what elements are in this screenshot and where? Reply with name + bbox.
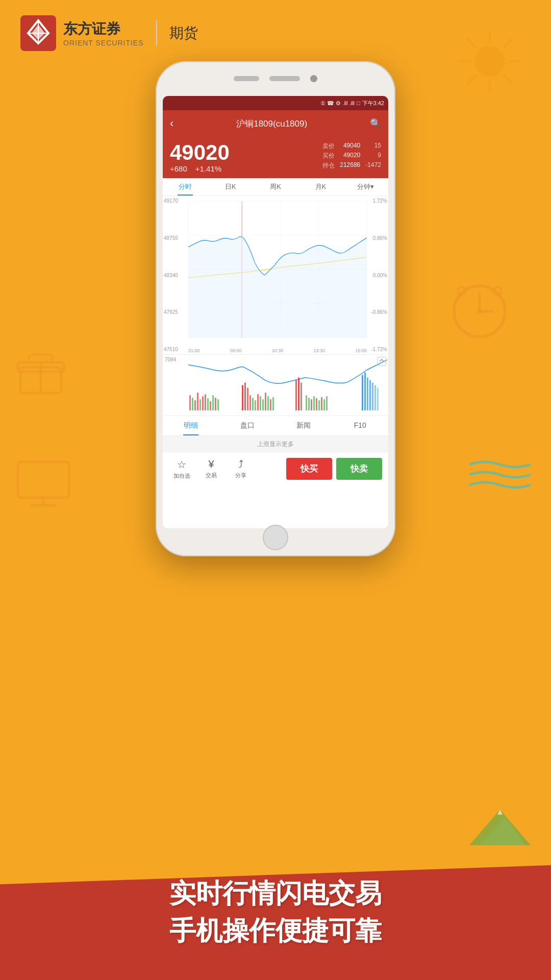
phone-notch bbox=[156, 61, 395, 96]
position-change: -1472 bbox=[365, 161, 381, 170]
svg-rect-52 bbox=[242, 385, 243, 411]
position-label: 持仓 bbox=[322, 161, 335, 170]
svg-rect-70 bbox=[311, 399, 312, 410]
svg-rect-49 bbox=[212, 396, 214, 411]
sell-button[interactable]: 快卖 bbox=[336, 458, 382, 480]
deco-gift-icon bbox=[15, 347, 66, 400]
phone-screen: ① ☎ ⚙ .ill .ill □ 下午3:42 ‹ 沪铜1809(cu1809… bbox=[163, 96, 388, 528]
chart-y-right: 1.72% 0.86% 0.00% -0.86% -1.72% bbox=[367, 196, 388, 354]
svg-line-8 bbox=[468, 76, 475, 83]
buy-label: 买价 bbox=[322, 152, 335, 160]
position-val: 212686 bbox=[340, 161, 360, 170]
vol-y-label: 7084 bbox=[165, 357, 176, 362]
price-change-abs: +680 bbox=[170, 164, 187, 173]
bottom-tabs: 明细 盘口 新闻 F10 bbox=[163, 415, 388, 436]
svg-rect-47 bbox=[207, 398, 209, 410]
tab-f10[interactable]: F10 bbox=[332, 416, 389, 435]
phone-ear bbox=[234, 76, 259, 81]
chart-svg bbox=[163, 196, 388, 354]
svg-rect-55 bbox=[249, 396, 251, 411]
status-icons: ① ☎ ⚙ .ill .ill bbox=[320, 100, 355, 107]
chart-x-labels: 21:00 09:00 10:30 13:30 15:00 bbox=[188, 348, 367, 353]
status-bar: ① ☎ ⚙ .ill .ill □ 下午3:42 bbox=[163, 96, 388, 110]
svg-rect-50 bbox=[215, 398, 216, 410]
svg-rect-48 bbox=[210, 401, 211, 410]
svg-rect-67 bbox=[300, 383, 302, 411]
brand-sub-label: 期货 bbox=[169, 23, 198, 43]
slogan-line1: 实时行情闪电交易 bbox=[0, 875, 551, 912]
app-header: ‹ 沪铜1809(cu1809) 🔍 bbox=[163, 110, 388, 137]
buy-button[interactable]: 快买 bbox=[286, 458, 332, 480]
back-button[interactable]: ‹ bbox=[170, 117, 173, 130]
tab-fenshi[interactable]: 分时 bbox=[163, 178, 208, 195]
tab-fenzhong[interactable]: 分钟▾ bbox=[343, 178, 388, 195]
y-label-2: 48755 bbox=[164, 235, 187, 241]
svg-rect-66 bbox=[298, 378, 299, 410]
svg-rect-80 bbox=[369, 380, 371, 411]
phone-outer: ① ☎ ⚙ .ill .ill □ 下午3:42 ‹ 沪铜1809(cu1809… bbox=[156, 61, 395, 556]
yr-label-4: -0.86% bbox=[368, 309, 387, 315]
svg-rect-83 bbox=[377, 388, 379, 411]
svg-rect-54 bbox=[247, 388, 248, 411]
deco-screen-icon bbox=[15, 459, 71, 512]
tab-news[interactable]: 新闻 bbox=[276, 416, 332, 435]
scroll-hint-text: 上滑显示更多 bbox=[257, 440, 294, 448]
svg-rect-65 bbox=[295, 380, 297, 411]
chart-expand-icon[interactable] bbox=[377, 357, 386, 366]
deco-clock-icon bbox=[449, 281, 510, 344]
svg-rect-61 bbox=[265, 393, 266, 411]
svg-rect-45 bbox=[202, 397, 204, 411]
tab-mingxi[interactable]: 明细 bbox=[163, 416, 219, 435]
svg-line-6 bbox=[505, 76, 512, 83]
x-label-1: 21:00 bbox=[188, 348, 200, 353]
svg-rect-63 bbox=[270, 399, 271, 410]
svg-rect-43 bbox=[197, 393, 198, 411]
price-change: +680 +1.41% bbox=[170, 164, 230, 173]
tab-yuek[interactable]: 月K bbox=[298, 178, 343, 195]
y-label-1: 49170 bbox=[164, 198, 187, 204]
watchlist-action[interactable]: ☆ 加自选 bbox=[169, 458, 194, 480]
trade-label: 交易 bbox=[206, 472, 217, 479]
price-main: 49020 bbox=[170, 141, 230, 164]
status-battery: □ bbox=[357, 100, 360, 106]
svg-rect-76 bbox=[326, 397, 328, 411]
svg-rect-69 bbox=[308, 398, 310, 410]
yr-label-5: -1.72% bbox=[368, 347, 387, 352]
share-action[interactable]: ⤴ 分享 bbox=[228, 458, 254, 479]
watchlist-label: 加自选 bbox=[173, 472, 190, 480]
price-change-pct: +1.41% bbox=[195, 164, 221, 173]
status-time: 下午3:42 bbox=[362, 100, 384, 107]
svg-rect-51 bbox=[217, 399, 219, 410]
svg-rect-75 bbox=[323, 399, 325, 410]
svg-rect-18 bbox=[18, 462, 69, 498]
x-label-3: 10:30 bbox=[272, 348, 284, 353]
sell-label: 卖价 bbox=[322, 142, 335, 151]
svg-rect-64 bbox=[272, 397, 274, 410]
price-area: 49020 +680 +1.41% 卖价 49040 15 买价 49020 9 bbox=[163, 137, 388, 178]
slogan-line2: 手机操作便捷可靠 bbox=[0, 912, 551, 949]
svg-rect-46 bbox=[205, 395, 206, 411]
search-icon[interactable]: 🔍 bbox=[370, 118, 381, 129]
yr-label-1: 1.72% bbox=[368, 198, 387, 204]
volume-svg bbox=[163, 355, 388, 415]
x-label-4: 13:30 bbox=[314, 348, 325, 353]
svg-rect-59 bbox=[260, 397, 261, 411]
action-bar: ☆ 加自选 ¥ 交易 ⤴ 分享 快买 快卖 bbox=[163, 453, 388, 485]
phone-home-button[interactable] bbox=[263, 525, 288, 550]
buy-val: 49020 bbox=[340, 152, 360, 160]
yr-label-2: 0.86% bbox=[368, 235, 387, 241]
svg-rect-72 bbox=[316, 398, 317, 410]
trade-action[interactable]: ¥ 交易 bbox=[198, 458, 224, 479]
y-label-3: 48340 bbox=[164, 273, 187, 278]
tab-pankou[interactable]: 盘口 bbox=[219, 416, 276, 435]
phone-camera bbox=[310, 75, 317, 82]
brand-name: 东方证券 ORIENT SECURITIES bbox=[63, 19, 144, 47]
tab-rik[interactable]: 日K bbox=[208, 178, 253, 195]
brand-cn-label: 东方证券 bbox=[63, 19, 144, 39]
y-label-5: 47510 bbox=[164, 347, 187, 352]
svg-rect-56 bbox=[252, 398, 254, 410]
sell-val: 49040 bbox=[340, 142, 360, 151]
tab-zhouk[interactable]: 周K bbox=[253, 178, 298, 195]
svg-rect-57 bbox=[255, 400, 256, 410]
slogan-area: 实时行情闪电交易 手机操作便捷可靠 bbox=[0, 837, 551, 980]
